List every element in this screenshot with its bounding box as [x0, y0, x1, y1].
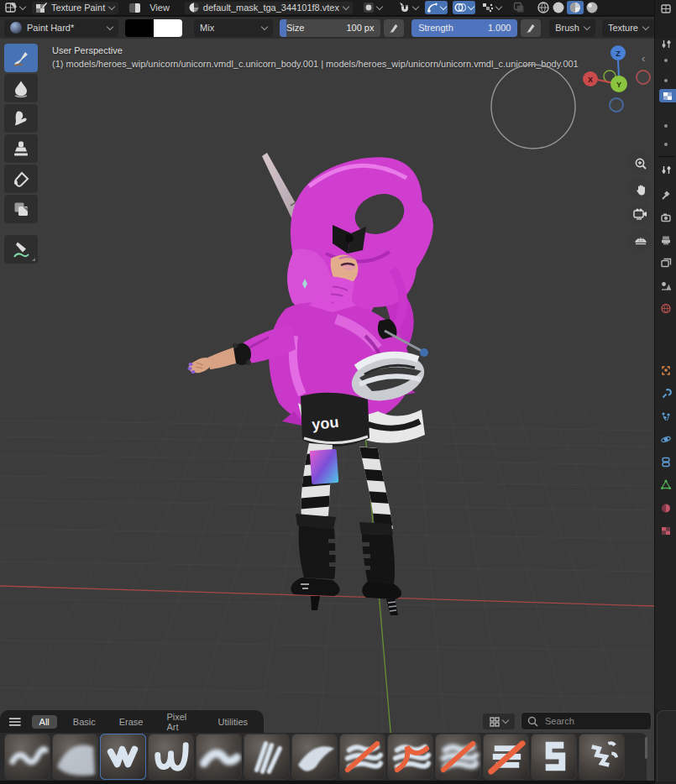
- viewport-header: Texture Paint View default_mask_tga_3441…: [0, 0, 654, 16]
- blend-mode-dropdown[interactable]: Mix: [194, 19, 273, 37]
- properties-editor-icon[interactable]: [660, 37, 675, 50]
- brush-smear[interactable]: [291, 734, 338, 780]
- search-input[interactable]: [543, 715, 639, 727]
- shading-wireframe-button[interactable]: [537, 1, 550, 14]
- navigation-gizmo[interactable]: Z X Y: [579, 39, 654, 119]
- editor-type-icon[interactable]: [660, 2, 675, 15]
- menu-icon[interactable]: [8, 717, 22, 727]
- brush-airbrush[interactable]: [4, 734, 50, 780]
- strength-label: Strength: [418, 23, 453, 33]
- editor-type-button[interactable]: [3, 1, 27, 14]
- brush-erase-hard[interactable]: [339, 734, 385, 780]
- brush-pixel-squiggle[interactable]: [579, 734, 625, 780]
- chevron-down-icon: [376, 3, 383, 9]
- brush-popover-button[interactable]: Brush: [549, 19, 595, 37]
- particles-tab[interactable]: [660, 410, 675, 423]
- snap-dropdown[interactable]: [397, 1, 420, 14]
- display-mode-button[interactable]: [482, 713, 516, 730]
- texture-slot-tab[interactable]: [659, 89, 676, 102]
- slider-fill: [280, 19, 286, 37]
- image-datablock-selector[interactable]: default_mask_tga_344101f8.vtex: [185, 2, 353, 14]
- shading-material-button[interactable]: [567, 1, 584, 14]
- shelf-tab-pixel-art[interactable]: Pixel Art: [159, 710, 202, 734]
- brush-pixel-s[interactable]: [531, 734, 577, 780]
- tool-smear-button[interactable]: [4, 104, 38, 133]
- shelf-tab-utilities[interactable]: Utilities: [211, 715, 255, 729]
- viewport-3d[interactable]: you: [0, 39, 654, 781]
- globe-icon: [660, 302, 672, 315]
- texture-mask-dropdown[interactable]: [480, 1, 503, 14]
- mode-dropdown[interactable]: Texture Paint: [32, 2, 118, 14]
- tool-soften-button[interactable]: [4, 74, 38, 102]
- brush-erase-soft[interactable]: [435, 734, 481, 780]
- grid-icon: [660, 3, 672, 15]
- chevron-down-icon: [642, 23, 649, 29]
- secondary-color-swatch[interactable]: [154, 19, 182, 37]
- zoom-button[interactable]: [629, 152, 652, 175]
- camera-view-button[interactable]: [629, 203, 652, 226]
- character-model: you: [168, 126, 453, 630]
- size-slider[interactable]: Size 100 px: [280, 19, 381, 37]
- strength-slider[interactable]: Strength 1.000: [411, 19, 517, 37]
- stylus-icon: [388, 22, 400, 34]
- pan-button[interactable]: [629, 178, 652, 201]
- shelf-tab-erase[interactable]: Erase: [112, 715, 151, 729]
- axis-z-label: Z: [616, 50, 621, 58]
- brush-selector[interactable]: Paint Hard*: [4, 19, 118, 37]
- brush-paint-soft[interactable]: [196, 734, 242, 780]
- chevron-down-icon: [19, 3, 26, 9]
- constraints-tab[interactable]: [660, 455, 675, 468]
- size-value: 100 px: [346, 23, 374, 33]
- data-icon: [660, 478, 672, 491]
- shelf-scrollbar[interactable]: [645, 737, 647, 759]
- size-pressure-button[interactable]: [384, 19, 404, 37]
- brush-blend-soft[interactable]: [52, 734, 98, 780]
- texture-tab[interactable]: [660, 524, 675, 537]
- texture-popover-button[interactable]: Texture: [602, 19, 654, 37]
- tool-clone-button[interactable]: [4, 134, 38, 163]
- object-tab[interactable]: [660, 363, 675, 377]
- perspective-toggle-button[interactable]: [629, 228, 652, 251]
- properties-rail: [654, 0, 676, 784]
- data-tab[interactable]: [660, 478, 675, 491]
- scene-tab[interactable]: [660, 279, 675, 292]
- tool-mask-button[interactable]: [4, 195, 38, 223]
- overlays-toggle[interactable]: [453, 1, 475, 14]
- output-tab[interactable]: [660, 233, 675, 247]
- tool-annotate-button[interactable]: [4, 235, 38, 264]
- chevron-down-icon: [343, 3, 349, 9]
- material-tab[interactable]: [660, 501, 675, 515]
- checker-icon: [662, 90, 673, 102]
- brush-paint-hard[interactable]: [100, 734, 146, 780]
- strength-pressure-button[interactable]: [521, 19, 541, 37]
- view-menu[interactable]: View: [146, 3, 173, 13]
- brush-erase-curve[interactable]: [387, 734, 433, 780]
- xray-toggle[interactable]: [513, 2, 525, 13]
- orbit-icon: [660, 433, 672, 446]
- gizmos-toggle[interactable]: [425, 1, 448, 14]
- grid-view-icon: [490, 717, 500, 727]
- tool-tab[interactable]: [660, 188, 675, 201]
- tool-fill-button[interactable]: [4, 165, 38, 193]
- shading-rendered-button[interactable]: [585, 1, 599, 14]
- overlays-icon: [454, 2, 466, 13]
- stylus-icon: [525, 22, 537, 34]
- shelf-tab-basic[interactable]: Basic: [66, 715, 103, 729]
- modifiers-tab[interactable]: [660, 387, 675, 400]
- brush-erase-block[interactable]: [483, 734, 529, 780]
- brush-paint-multi[interactable]: [244, 734, 290, 780]
- shading-solid-button[interactable]: [552, 1, 565, 14]
- properties-icon[interactable]: [660, 163, 675, 176]
- render-tab[interactable]: [660, 211, 675, 224]
- world-tab[interactable]: [660, 301, 675, 315]
- shelf-tab-all[interactable]: All: [32, 715, 57, 729]
- brush-paint-ink[interactable]: [148, 734, 194, 780]
- physics-tab[interactable]: [660, 432, 675, 446]
- tool-draw-button[interactable]: [4, 44, 38, 72]
- perspective-label: User Perspective: [52, 45, 123, 55]
- falloff-dropdown[interactable]: [361, 1, 384, 14]
- primary-color-swatch[interactable]: [125, 19, 154, 37]
- camera-icon: [633, 208, 647, 221]
- search-box[interactable]: [521, 712, 652, 730]
- view-layer-tab[interactable]: [660, 256, 675, 269]
